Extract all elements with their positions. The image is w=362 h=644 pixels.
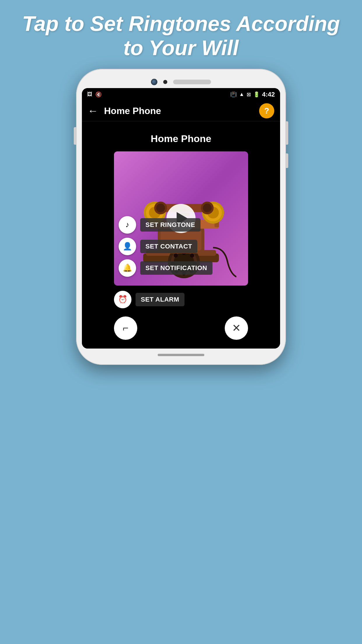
battery-icon: 🔋 <box>253 91 260 98</box>
gallery-icon: 🖼 <box>87 91 92 97</box>
overlay-actions: ♪ SET RINGTONE 👤 SET CONTACT <box>114 216 212 277</box>
notification-icon-circle[interactable]: 🔔 <box>119 259 136 277</box>
bell-icon: 🔔 <box>123 263 132 272</box>
mute-icon: 🔇 <box>95 91 102 98</box>
ringtone-title: Home Phone <box>151 133 211 144</box>
contact-icon: 👤 <box>123 242 132 251</box>
front-camera <box>151 79 157 85</box>
vibrate-icon: 📳 <box>230 91 237 98</box>
back-button[interactable]: ← <box>88 105 98 117</box>
alarm-icon-circle[interactable]: ⏰ <box>114 291 131 308</box>
signal-icon: ⊠ <box>247 91 251 98</box>
phone-bottom <box>82 349 280 359</box>
set-alarm-label[interactable]: SET ALARM <box>136 293 184 306</box>
top-banner: Tap to Set Ringtones According to Your W… <box>0 0 362 69</box>
video-container[interactable]: ♪ SET RINGTONE 👤 SET CONTACT <box>114 151 248 286</box>
close-button[interactable]: ✕ <box>225 316 248 340</box>
help-button[interactable]: ? <box>259 103 274 118</box>
svg-point-28 <box>203 204 212 212</box>
crop-button[interactable]: ⌐ <box>114 316 137 340</box>
home-indicator <box>158 354 204 356</box>
nav-title: Home Phone <box>104 106 259 116</box>
status-left-icons: 🖼 🔇 <box>87 91 102 98</box>
set-contact-row: 👤 SET CONTACT <box>119 238 212 255</box>
set-alarm-row: ⏰ SET ALARM <box>114 291 248 308</box>
set-contact-label[interactable]: SET CONTACT <box>140 240 197 253</box>
phone-screen: 🖼 🔇 📳 ▲ ⊠ 🔋 4:42 ← Home Phone ? H <box>82 88 280 349</box>
wifi-icon: ▲ <box>239 91 244 97</box>
ringtone-icon-circle[interactable]: ♪ <box>119 216 136 234</box>
set-ringtone-label[interactable]: SET RINGTONE <box>140 218 201 232</box>
status-bar: 🖼 🔇 📳 ▲ ⊠ 🔋 4:42 <box>82 88 280 101</box>
svg-point-26 <box>156 204 165 212</box>
set-notification-label[interactable]: SET NOTIFICATION <box>140 261 212 275</box>
alarm-icon: ⏰ <box>118 295 127 304</box>
nav-bar: ← Home Phone ? <box>82 101 280 121</box>
music-note-icon: ♪ <box>126 220 129 229</box>
earpiece-speaker <box>173 80 211 84</box>
status-right-icons: 📳 ▲ ⊠ 🔋 4:42 <box>230 91 275 98</box>
banner-text: Tap to Set Ringtones According to Your W… <box>22 12 340 60</box>
phone-frame: 🖼 🔇 📳 ▲ ⊠ 🔋 4:42 ← Home Phone ? H <box>76 69 286 365</box>
set-notification-row: 🔔 SET NOTIFICATION <box>119 259 212 277</box>
side-button-right2 <box>286 153 288 168</box>
side-button-left <box>74 127 76 145</box>
content-area: Home Phone <box>82 121 280 349</box>
phone-wrapper: 🖼 🔇 📳 ▲ ⊠ 🔋 4:42 ← Home Phone ? H <box>72 69 290 644</box>
status-time: 4:42 <box>262 91 275 98</box>
phone-top-bar <box>82 75 280 88</box>
set-ringtone-row: ♪ SET RINGTONE <box>119 216 212 234</box>
contact-icon-circle[interactable]: 👤 <box>119 238 136 255</box>
side-button-right <box>286 121 288 145</box>
earpiece-dot <box>163 80 167 84</box>
footer-buttons: ⌐ ✕ <box>114 316 248 343</box>
